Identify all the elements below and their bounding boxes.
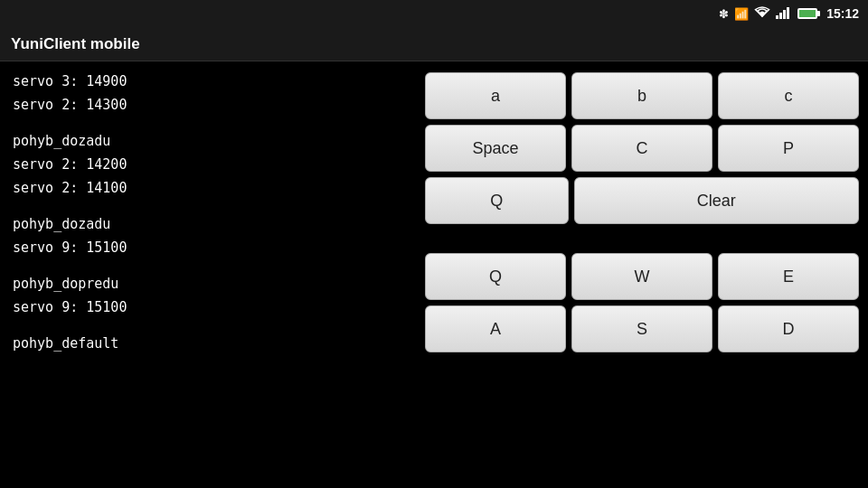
log-entry: pohyb_default bbox=[13, 333, 403, 354]
button-s[interactable]: S bbox=[571, 305, 712, 352]
button-panel: a b c Space C P Q Clear Q W E A S D bbox=[416, 61, 868, 488]
button-row-top-3: Q Clear bbox=[425, 177, 859, 224]
button-row-bottom-2: A S D bbox=[425, 305, 859, 352]
status-time: 15:12 bbox=[826, 6, 859, 21]
app-title: YuniClient mobile bbox=[11, 35, 140, 53]
log-entry: servo 9: 15100 bbox=[13, 296, 403, 318]
button-row-bottom-1: Q W E bbox=[425, 253, 859, 300]
bluetooth-icon: ✽ bbox=[719, 7, 729, 21]
log-entry: servo 9: 15100 bbox=[13, 237, 403, 258]
log-entry: pohyb_dozadu bbox=[13, 130, 403, 152]
button-space[interactable]: Space bbox=[425, 125, 566, 172]
vibrate-icon: 📶 bbox=[734, 7, 749, 21]
button-q[interactable]: Q bbox=[425, 253, 566, 300]
log-gap bbox=[13, 117, 403, 130]
svg-rect-3 bbox=[787, 7, 789, 19]
button-a-cap[interactable]: A bbox=[425, 305, 566, 352]
status-bar: ✽ 📶 15:12 bbox=[0, 0, 868, 27]
signal-icon bbox=[776, 6, 792, 22]
svg-rect-1 bbox=[779, 13, 782, 19]
log-entry: servo 3: 14900 bbox=[13, 70, 403, 92]
button-section-gap bbox=[425, 230, 859, 248]
button-cap-p[interactable]: P bbox=[718, 125, 859, 172]
button-row-top-2: Space C P bbox=[425, 125, 859, 172]
log-gap bbox=[13, 201, 403, 213]
main-content: servo 3: 14900servo 2: 14300pohyb_dozadu… bbox=[0, 61, 868, 488]
log-panel: servo 3: 14900servo 2: 14300pohyb_dozadu… bbox=[0, 61, 416, 488]
button-row-top-1: a b c bbox=[425, 72, 859, 119]
title-bar: YuniClient mobile bbox=[0, 27, 868, 61]
button-d[interactable]: D bbox=[718, 305, 859, 352]
button-cap-q-top[interactable]: Q bbox=[425, 177, 569, 224]
button-e[interactable]: E bbox=[718, 253, 859, 300]
button-a[interactable]: a bbox=[425, 72, 566, 119]
button-w[interactable]: W bbox=[571, 253, 712, 300]
battery-icon bbox=[797, 8, 817, 19]
svg-rect-0 bbox=[776, 15, 778, 19]
log-entry: pohyb_dozadu bbox=[13, 213, 403, 235]
log-entry: servo 2: 14200 bbox=[13, 154, 403, 175]
button-cap-c[interactable]: C bbox=[571, 125, 712, 172]
log-entry: pohyb_dopredu bbox=[13, 273, 403, 295]
button-c[interactable]: c bbox=[718, 72, 859, 119]
log-entry: servo 2: 14300 bbox=[13, 94, 403, 116]
svg-rect-2 bbox=[783, 10, 786, 19]
wifi-icon bbox=[754, 6, 770, 22]
button-clear[interactable]: Clear bbox=[574, 177, 859, 224]
log-gap bbox=[13, 320, 403, 333]
log-gap bbox=[13, 260, 403, 273]
log-entry: servo 2: 14100 bbox=[13, 177, 403, 199]
button-b[interactable]: b bbox=[571, 72, 712, 119]
